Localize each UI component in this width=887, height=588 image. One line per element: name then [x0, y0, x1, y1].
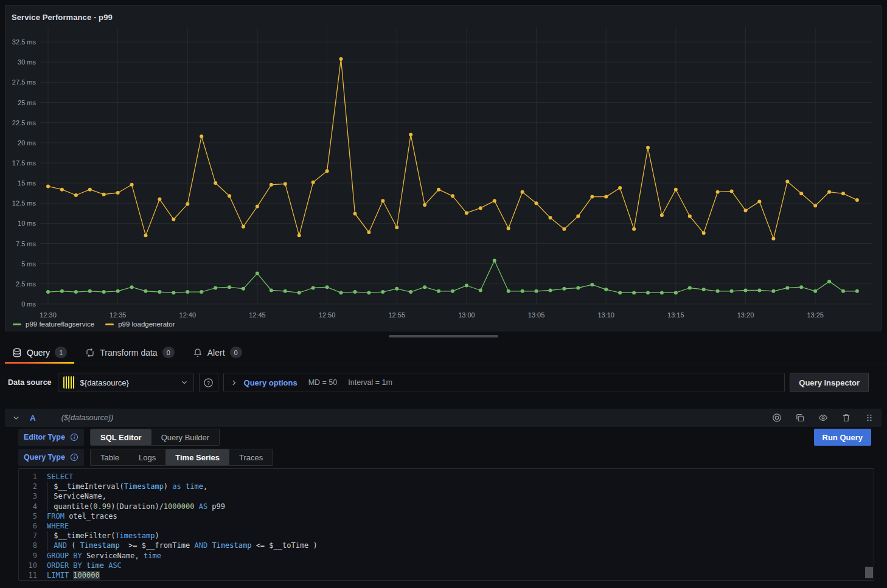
tab-query[interactable]: Query 1	[5, 341, 74, 364]
editor-type-query-builder[interactable]: Query Builder	[151, 429, 219, 445]
editor-scrollbar-thumb[interactable]	[865, 567, 873, 578]
hide-response-eye-icon[interactable]	[818, 413, 828, 423]
editor-type-radio-group: SQL Editor Query Builder	[90, 429, 220, 446]
transform-count-badge: 0	[162, 347, 175, 358]
editor-type-label-text: Editor Type	[24, 433, 65, 441]
code-line[interactable]: 2 $__timeInterval(Timestamp) as time,	[19, 482, 874, 491]
svg-text:13:15: 13:15	[667, 311, 684, 319]
code-line[interactable]: 3 ServiceName,	[19, 491, 874, 501]
line-number: 10	[19, 561, 47, 570]
panel-title[interactable]: Service Performance - p99	[12, 13, 113, 22]
query-type-time-series[interactable]: Time Series	[165, 449, 229, 465]
line-number: 2	[19, 482, 47, 491]
query-toolbar: Data source ${datasource} ? Query option…	[5, 373, 869, 392]
svg-text:0 ms: 0 ms	[21, 300, 36, 308]
legend-series-color	[13, 323, 21, 325]
query-row-actions	[772, 413, 874, 423]
query-datasource-hint: (${datasource})	[61, 413, 113, 422]
chevron-right-icon	[230, 379, 238, 387]
grafana-panel-editor: 0 ms2.5 ms5 ms7.5 ms10 ms12.5 ms15 ms17.…	[0, 0, 887, 588]
svg-text:12.5 ms: 12.5 ms	[12, 199, 37, 207]
query-type-traces[interactable]: Traces	[229, 449, 273, 465]
tab-alert[interactable]: Alert 0	[186, 341, 249, 364]
svg-text:12:45: 12:45	[249, 311, 266, 319]
clickhouse-datasource-icon	[63, 376, 75, 389]
bell-icon	[193, 348, 203, 358]
query-type-label-text: Query Type	[24, 453, 65, 462]
code-line[interactable]: 1SELECT	[19, 472, 874, 482]
alert-count-badge: 0	[230, 347, 242, 358]
svg-text:13:05: 13:05	[528, 311, 545, 319]
run-query-button[interactable]: Run Query	[814, 429, 871, 446]
max-data-points-stat: MD = 50	[308, 378, 338, 387]
line-content: LIMIT 100000	[47, 570, 100, 580]
editor-type-sql-editor[interactable]: SQL Editor	[91, 429, 151, 445]
line-content: quantile(0.99)(Duration)/1000000 AS p99	[47, 502, 225, 511]
svg-text:i: i	[74, 455, 75, 460]
svg-text:5 ms: 5 ms	[21, 260, 36, 268]
svg-text:13:00: 13:00	[458, 311, 475, 319]
query-type-radio-group: Table Logs Time Series Traces	[90, 449, 273, 466]
sql-code-editor[interactable]: 1SELECT2 $__timeInterval(Timestamp) as t…	[18, 468, 874, 581]
code-line[interactable]: 11LIMIT 100000	[19, 570, 874, 580]
line-number: 1	[19, 472, 47, 482]
svg-text:i: i	[74, 435, 75, 440]
svg-text:12:50: 12:50	[319, 311, 336, 319]
line-content: ServiceName,	[47, 491, 106, 501]
code-line[interactable]: 4 quantile(0.99)(Duration)/1000000 AS p9…	[19, 502, 874, 511]
svg-text:12:30: 12:30	[40, 311, 57, 319]
datasource-select[interactable]: ${datasource}	[58, 373, 194, 392]
datasource-value: ${datasource}	[80, 378, 175, 387]
line-content: FROM otel_traces	[47, 511, 117, 521]
line-content: $__timeInterval(Timestamp) as time,	[47, 482, 207, 491]
code-line[interactable]: 5FROM otel_traces	[19, 511, 874, 521]
query-type-table[interactable]: Table	[91, 449, 129, 465]
line-content: AND ( Timestamp >= $__fromTime AND Times…	[47, 541, 318, 550]
tab-label: Transform data	[100, 348, 157, 358]
info-circle-icon[interactable]: i	[70, 453, 78, 462]
editor-type-field-label: Editor Type i	[18, 429, 84, 446]
svg-text:25 ms: 25 ms	[18, 99, 36, 106]
svg-text:22.5 ms: 22.5 ms	[12, 119, 37, 126]
svg-text:12:40: 12:40	[179, 311, 197, 319]
legend-item[interactable]: p99 loadgenerator	[105, 320, 175, 328]
svg-text:27.5 ms: 27.5 ms	[12, 78, 37, 86]
code-line[interactable]: 8 AND ( Timestamp >= $__fromTime AND Tim…	[19, 541, 874, 550]
panel-resize-handle[interactable]	[389, 335, 498, 337]
line-content: $__timeFilter(Timestamp)	[47, 531, 159, 541]
chart-panel: 0 ms2.5 ms5 ms7.5 ms10 ms12.5 ms15 ms17.…	[5, 5, 882, 331]
collapse-chevron-icon[interactable]	[12, 414, 20, 422]
svg-text:7.5 ms: 7.5 ms	[16, 240, 37, 247]
drag-handle-icon[interactable]	[864, 413, 874, 423]
duplicate-query-icon[interactable]	[795, 413, 805, 423]
legend-series-color	[105, 323, 114, 325]
code-line[interactable]: 9GROUP BY ServiceName, time	[19, 551, 874, 561]
query-inspector-button[interactable]: Query inspector	[790, 373, 869, 392]
line-content: SELECT	[47, 472, 73, 482]
query-options-toggle[interactable]: Query options MD = 50 Interval = 1m	[223, 373, 785, 392]
disable-query-icon[interactable]	[772, 413, 782, 423]
svg-text:13:10: 13:10	[597, 311, 614, 319]
svg-text:12:55: 12:55	[388, 311, 405, 319]
svg-text:13:25: 13:25	[807, 311, 824, 319]
svg-text:15 ms: 15 ms	[18, 179, 36, 187]
svg-text:12:35: 12:35	[110, 311, 127, 319]
time-series-chart[interactable]: 0 ms2.5 ms5 ms7.5 ms10 ms12.5 ms15 ms17.…	[5, 5, 882, 332]
tab-transform-data[interactable]: Transform data 0	[78, 341, 182, 364]
code-line[interactable]: 6WHERE	[19, 521, 874, 531]
code-line[interactable]: 10ORDER BY time ASC	[19, 561, 874, 570]
remove-query-trash-icon[interactable]	[841, 413, 851, 423]
datasource-help-button[interactable]: ?	[199, 373, 218, 392]
line-number: 6	[19, 521, 47, 531]
info-circle-icon[interactable]: i	[70, 433, 78, 441]
query-type-logs[interactable]: Logs	[129, 449, 165, 465]
legend-item[interactable]: p99 featureflagservice	[13, 320, 94, 328]
code-line[interactable]: 7 $__timeFilter(Timestamp)	[19, 531, 874, 541]
query-row-header[interactable]: A (${datasource})	[5, 409, 882, 427]
svg-text:10 ms: 10 ms	[18, 220, 36, 227]
editor-tabbar: Query 1 Transform data 0 A	[0, 341, 887, 364]
query-type-row: Query Type i Table Logs Time Series Trac…	[18, 449, 273, 466]
line-number: 11	[19, 570, 47, 580]
query-count-badge: 1	[55, 347, 67, 358]
tab-label: Alert	[207, 348, 225, 358]
